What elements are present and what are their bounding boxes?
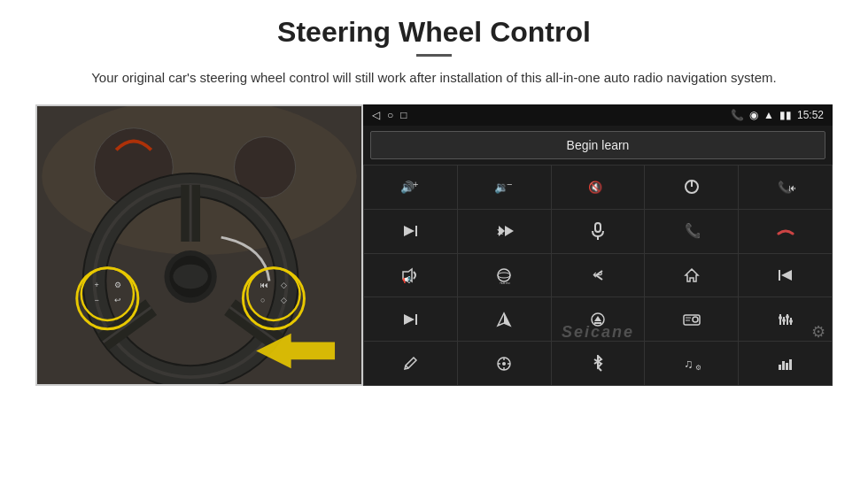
vol-down-button[interactable]: 🔉− bbox=[458, 166, 551, 209]
svg-point-70 bbox=[779, 316, 782, 319]
steering-wheel-image: + ⚙ − ↩ ⏮ ◇ ○ ◇ bbox=[35, 104, 363, 386]
svg-rect-43 bbox=[595, 223, 601, 232]
svg-point-76 bbox=[502, 362, 506, 366]
home-nav-button[interactable] bbox=[645, 254, 738, 297]
svg-text:○: ○ bbox=[260, 296, 265, 304]
svg-point-48 bbox=[498, 269, 510, 281]
svg-text:📢: 📢 bbox=[402, 275, 411, 283]
svg-text:⏮: ⏮ bbox=[260, 281, 268, 289]
status-bar-left: ◁ ○ □ bbox=[372, 109, 407, 121]
svg-text:◇: ◇ bbox=[281, 296, 287, 304]
control-grid: 🔊+ 🔉− 🔇 📞⏮ bbox=[363, 165, 833, 386]
vol-mute-button[interactable]: 🔇 bbox=[552, 166, 645, 209]
svg-marker-41 bbox=[505, 226, 514, 236]
svg-marker-54 bbox=[781, 270, 792, 281]
status-bar-right: 📞 ◉ ▲ ▮▮ 15:52 bbox=[731, 109, 824, 121]
hang-up-button[interactable] bbox=[739, 210, 832, 253]
android-panel-wrapper: ◁ ○ □ 📞 ◉ ▲ ▮▮ 15:52 Begin learn bbox=[363, 104, 833, 386]
svg-rect-53 bbox=[779, 270, 780, 281]
time-display: 15:52 bbox=[797, 109, 824, 121]
svg-text:−: − bbox=[507, 179, 512, 189]
svg-rect-86 bbox=[789, 359, 792, 370]
svg-text:📞: 📞 bbox=[685, 223, 700, 239]
speaker-button[interactable]: 📢 bbox=[364, 254, 457, 297]
svg-rect-84 bbox=[782, 361, 785, 370]
square-app-icon[interactable]: □ bbox=[400, 109, 407, 121]
svg-rect-83 bbox=[779, 365, 781, 370]
android-panel: ◁ ○ □ 📞 ◉ ▲ ▮▮ 15:52 Begin learn bbox=[363, 104, 833, 386]
music-button[interactable]: ♫⚙ bbox=[645, 342, 738, 385]
svg-text:⚙: ⚙ bbox=[114, 281, 121, 289]
svg-rect-55 bbox=[415, 314, 417, 325]
back-arrow-icon[interactable]: ◁ bbox=[372, 109, 380, 121]
location-status-icon: ◉ bbox=[749, 109, 758, 121]
back-nav-button[interactable]: ↩ bbox=[552, 254, 645, 297]
next-track-button[interactable] bbox=[364, 210, 457, 253]
svg-text:−: − bbox=[95, 296, 99, 304]
title-divider bbox=[416, 54, 452, 57]
svg-point-15 bbox=[173, 265, 207, 289]
svg-text:360°: 360° bbox=[500, 281, 511, 284]
svg-marker-38 bbox=[404, 226, 415, 236]
svg-text:↩: ↩ bbox=[593, 267, 603, 281]
mic-button[interactable] bbox=[552, 210, 645, 253]
radio-button[interactable] bbox=[645, 297, 738, 341]
prev-track-button[interactable]: 📞⏮ bbox=[739, 166, 832, 209]
svg-point-72 bbox=[786, 315, 789, 319]
page-title: Steering Wheel Control bbox=[277, 16, 591, 49]
svg-text:+: + bbox=[413, 179, 418, 189]
skip-fwd-button[interactable] bbox=[364, 297, 457, 341]
svg-point-63 bbox=[693, 317, 698, 322]
svg-rect-61 bbox=[594, 322, 601, 324]
navigate-button[interactable] bbox=[458, 297, 551, 341]
wifi-status-icon: ▲ bbox=[763, 109, 774, 121]
pen-button[interactable] bbox=[364, 342, 457, 385]
content-row: + ⚙ − ↩ ⏮ ◇ ○ ◇ bbox=[35, 104, 833, 386]
svg-marker-60 bbox=[594, 316, 601, 321]
subtitle: Your original car's steering wheel contr… bbox=[91, 67, 777, 89]
svg-text:♫: ♫ bbox=[684, 357, 694, 371]
status-bar: ◁ ○ □ 📞 ◉ ▲ ▮▮ 15:52 bbox=[363, 104, 833, 126]
svg-text:⚙: ⚙ bbox=[695, 364, 701, 372]
gear-settings-icon[interactable]: ⚙ bbox=[811, 322, 825, 342]
fast-prev-button[interactable]: ✕ bbox=[458, 210, 551, 253]
settings-dial-button[interactable] bbox=[458, 342, 551, 385]
svg-text:↩: ↩ bbox=[114, 296, 121, 304]
svg-text:🔇: 🔇 bbox=[588, 180, 603, 195]
battery-status-icon: ▮▮ bbox=[779, 109, 792, 121]
home-circle-icon[interactable]: ○ bbox=[387, 109, 393, 121]
begin-learn-row: Begin learn bbox=[363, 126, 833, 165]
svg-point-73 bbox=[789, 319, 793, 323]
power-button[interactable] bbox=[645, 166, 738, 209]
page: Steering Wheel Control Your original car… bbox=[0, 0, 868, 485]
phone-button[interactable]: 📞 bbox=[645, 210, 738, 253]
vol-up-button[interactable]: 🔊+ bbox=[364, 166, 457, 209]
svg-text:◇: ◇ bbox=[281, 281, 287, 289]
begin-learn-button[interactable]: Begin learn bbox=[370, 131, 825, 159]
svg-rect-39 bbox=[415, 226, 417, 236]
svg-point-71 bbox=[782, 319, 786, 322]
svg-point-49 bbox=[498, 273, 510, 278]
phone-status-icon: 📞 bbox=[731, 109, 744, 121]
svg-line-74 bbox=[406, 366, 408, 368]
bluetooth-button[interactable] bbox=[552, 342, 645, 385]
svg-marker-56 bbox=[404, 314, 415, 325]
svg-rect-85 bbox=[786, 363, 788, 370]
eject-button[interactable] bbox=[552, 297, 645, 341]
svg-text:+: + bbox=[95, 281, 99, 289]
sound-bars-button[interactable] bbox=[739, 342, 832, 385]
svg-marker-52 bbox=[686, 269, 698, 281]
view-360-button[interactable]: 360° bbox=[458, 254, 551, 297]
svg-text:⏮: ⏮ bbox=[788, 182, 795, 193]
skip-back-button[interactable] bbox=[739, 254, 832, 297]
